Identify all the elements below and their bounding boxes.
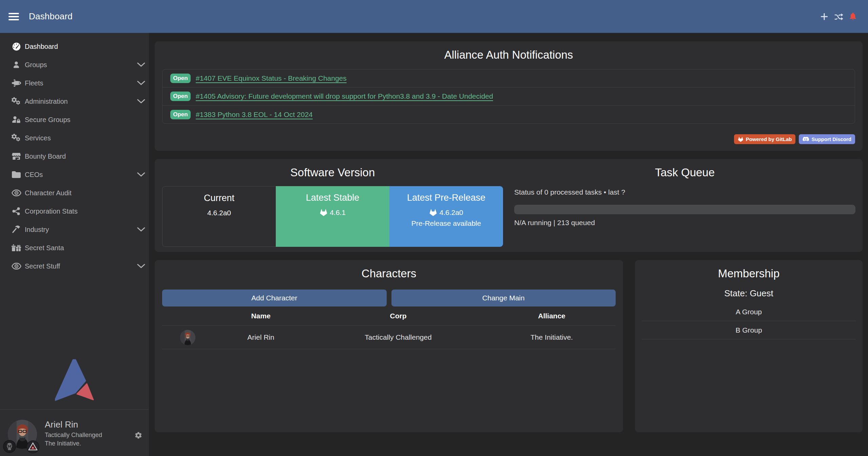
gauge-icon — [9, 42, 24, 51]
task-queue-counts: N/A running | 213 queued — [514, 218, 855, 227]
bottom-row: Characters Add Character Change Main Nam… — [155, 260, 863, 432]
sidebar: Dashboard Groups — [0, 33, 149, 456]
spaceship-icon — [9, 79, 24, 87]
task-queue-section: Task Queue Status of 0 processed tasks •… — [508, 159, 863, 252]
add-character-button[interactable]: Add Character — [162, 290, 387, 306]
powered-by-gitlab-button[interactable]: Powered by GitLab — [734, 134, 796, 144]
version-stable-label: Latest Stable — [306, 192, 360, 203]
notification-row: Open #1383 Python 3.8 EOL - 14 Oct 2024 — [162, 105, 855, 123]
sidebar-item-services[interactable]: Services — [0, 129, 149, 147]
notifications-title: Alliance Auth Notifications — [162, 48, 855, 62]
store-icon — [9, 152, 24, 160]
column-header-name: Name — [213, 312, 309, 320]
membership-panel: Membership State: Guest A Group B Group — [635, 260, 863, 432]
menu-toggle-icon[interactable] — [8, 11, 19, 22]
characters-title: Characters — [162, 267, 616, 280]
membership-group: B Group — [642, 321, 856, 339]
version-current-value: 4.6.2a0 — [207, 208, 231, 218]
version-taskqueue-panel: Software Version Current 4.6.2a0 Latest … — [155, 159, 863, 252]
characters-table-header: Name Corp Alliance — [162, 306, 616, 326]
version-value-row: 4.6.2a0 — [429, 208, 463, 217]
column-header-corp: Corp — [309, 312, 488, 320]
chevron-down-icon — [136, 80, 146, 86]
sidebar-item-corporation-stats[interactable]: Corporation Stats — [0, 202, 149, 220]
sidebar-item-label: Groups — [25, 61, 47, 69]
gitlab-icon — [738, 137, 744, 142]
status-badge: Open — [170, 74, 191, 83]
bell-icon[interactable] — [846, 9, 860, 24]
sidebar-item-label: Bounty Board — [25, 153, 66, 160]
sidebar-item-groups[interactable]: Groups — [0, 56, 149, 74]
user-corp: Tactically Challenged — [45, 432, 102, 439]
software-version-section: Software Version Current 4.6.2a0 Latest … — [155, 159, 508, 252]
shuffle-icon[interactable] — [831, 9, 846, 24]
sidebar-item-label: Services — [25, 134, 51, 142]
notifications-panel: Alliance Auth Notifications Open #1407 E… — [155, 41, 863, 151]
version-prerelease-label: Latest Pre-Release — [407, 192, 485, 203]
sidebar-item-character-audit[interactable]: Character Audit — [0, 184, 149, 202]
sidebar-item-bounty-board[interactable]: Bounty Board — [0, 147, 149, 165]
sidebar-item-fleets[interactable]: Fleets — [0, 74, 149, 92]
notification-link[interactable]: #1405 Advisory: Future development will … — [196, 92, 493, 100]
character-alliance: The Initiative. — [488, 333, 616, 341]
notification-row: Open #1407 EVE Equinox Status - Breaking… — [162, 70, 855, 87]
sidebar-item-secret-santa[interactable]: Secret Santa — [0, 239, 149, 257]
add-character-icon[interactable] — [817, 9, 831, 24]
sidebar-item-secure-groups[interactable]: Secure Groups — [0, 111, 149, 129]
task-queue-title: Task Queue — [514, 166, 855, 179]
chevron-down-icon — [136, 172, 146, 178]
status-badge: Open — [170, 92, 191, 101]
sidebar-item-label: CEOs — [25, 171, 43, 179]
sidebar-menu: Dashboard Groups — [0, 37, 149, 275]
characters-table: Name Corp Alliance Ariel Rin Tactically … — [162, 306, 616, 349]
character-buttons: Add Character Change Main — [162, 290, 616, 306]
notifications-list: Open #1407 EVE Equinox Status - Breaking… — [162, 69, 855, 124]
chevron-down-icon — [136, 98, 146, 104]
sidebar-item-label: Secret Santa — [25, 244, 64, 252]
sidebar-item-administration[interactable]: Administration — [0, 92, 149, 111]
character-name: Ariel Rin — [213, 333, 309, 341]
sidebar-item-dashboard[interactable]: Dashboard — [0, 37, 149, 56]
gear-icon[interactable] — [134, 431, 142, 439]
notification-link[interactable]: #1383 Python 3.8 EOL - 14 Oct 2024 — [196, 111, 313, 119]
eye-icon — [9, 189, 24, 197]
notifications-footer: Powered by GitLab Support Discord — [162, 134, 855, 144]
sidebar-item-label: Secret Stuff — [25, 262, 60, 270]
alliance-auth-logo — [55, 359, 94, 401]
gitlab-icon — [429, 209, 437, 216]
support-discord-button[interactable]: Support Discord — [799, 134, 855, 144]
notification-link[interactable]: #1407 EVE Equinox Status - Breaking Chan… — [196, 74, 347, 82]
column-header-alliance: Alliance — [488, 312, 616, 320]
user-alliance: The Initiative. — [45, 440, 81, 447]
share-nodes-icon — [9, 207, 24, 215]
top-navbar: Dashboard — [0, 0, 868, 33]
user-panel: Ariel Rin Tactically Challenged The Init… — [0, 409, 149, 456]
user-icon — [9, 61, 24, 69]
gears-icon — [9, 134, 24, 142]
sidebar-item-label: Fleets — [25, 79, 43, 87]
version-current-label: Current — [204, 192, 234, 204]
sidebar-item-ceos[interactable]: CEOs — [0, 165, 149, 184]
page-title: Dashboard — [29, 11, 73, 22]
gears-icon — [9, 97, 24, 106]
membership-state: State: Guest — [642, 288, 856, 299]
software-version-title: Software Version — [162, 166, 503, 179]
change-main-button[interactable]: Change Main — [391, 290, 616, 306]
version-prerelease-box: Latest Pre-Release 4.6.2a0 Pre-Release a… — [389, 186, 503, 247]
corp-logo — [3, 440, 16, 453]
chevron-down-icon — [136, 263, 146, 269]
folder-icon — [9, 171, 24, 178]
navbar-actions — [817, 0, 860, 33]
sidebar-item-label: Secure Groups — [25, 116, 71, 124]
version-current-box: Current 4.6.2a0 — [162, 186, 276, 247]
character-corp: Tactically Challenged — [309, 333, 488, 341]
version-boxes: Current 4.6.2a0 Latest Stable 4.6.1 — [162, 186, 503, 247]
sidebar-item-industry[interactable]: Industry — [0, 220, 149, 239]
main-content: Alliance Auth Notifications Open #1407 E… — [149, 33, 868, 456]
sidebar-item-label: Industry — [25, 226, 49, 234]
character-row: Ariel Rin Tactically Challenged The Init… — [162, 326, 616, 349]
status-badge: Open — [170, 110, 191, 119]
sidebar-item-secret-stuff[interactable]: Secret Stuff — [0, 257, 149, 275]
version-value-row: 4.6.1 — [320, 208, 346, 217]
membership-group: A Group — [642, 303, 856, 321]
